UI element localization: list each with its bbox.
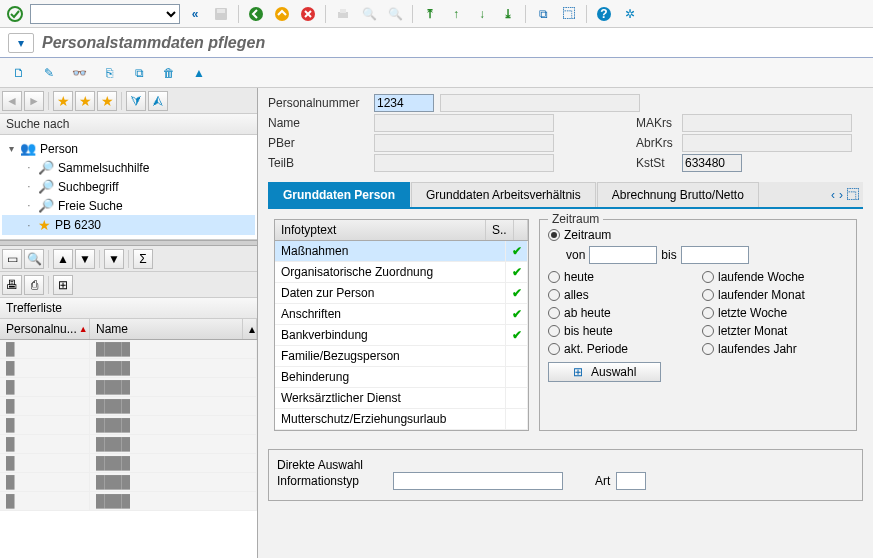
collapse-icon[interactable]: « — [184, 3, 206, 25]
radio-icon — [548, 307, 560, 319]
infotype-row[interactable]: Behinderung — [275, 367, 528, 388]
infotype-row[interactable]: Anschriften✔ — [275, 304, 528, 325]
sort-asc-icon[interactable]: ▲ — [53, 249, 73, 269]
hitlist-row[interactable]: █████ — [0, 340, 257, 359]
infotype-row[interactable]: Mutterschutz/Erziehungsurlaub — [275, 409, 528, 430]
col-personalnummer[interactable]: Personalnu...▲ — [0, 319, 90, 339]
hitlist-body[interactable]: ████████████████████████████████████████… — [0, 340, 257, 558]
help-icon[interactable]: ? — [593, 3, 615, 25]
persnr-input[interactable] — [374, 94, 434, 112]
new-session-icon[interactable]: ⧉ — [532, 3, 554, 25]
collapse-all-icon[interactable]: ⮙ — [148, 91, 168, 111]
art-input[interactable] — [616, 472, 646, 490]
create-icon[interactable]: 🗋 — [8, 62, 30, 84]
command-field[interactable] — [30, 4, 180, 24]
radio-laufender-monat[interactable]: laufender Monat — [702, 286, 848, 304]
edit-icon[interactable]: ✎ — [38, 62, 60, 84]
fav-del-icon[interactable]: ★ — [97, 91, 117, 111]
details-icon[interactable]: ▭ — [2, 249, 22, 269]
infotype-row[interactable]: Maßnahmen✔ — [275, 241, 528, 262]
app-menu-icon[interactable]: ▾ — [8, 33, 34, 53]
hitlist-row[interactable]: █████ — [0, 473, 257, 492]
filter-icon[interactable]: ▼ — [104, 249, 124, 269]
cancel-icon[interactable] — [297, 3, 319, 25]
save-icon[interactable] — [210, 3, 232, 25]
tree-item-sammelsuchhilfe[interactable]: ·🔎 Sammelsuchhilfe — [2, 158, 255, 177]
back-icon[interactable] — [245, 3, 267, 25]
tab-abrechnung[interactable]: Abrechnung Brutto/Netto — [597, 182, 759, 207]
print-list-icon[interactable]: 🖶 — [2, 275, 22, 295]
tree-item-suchbegriff[interactable]: ·🔎 Suchbegriff — [2, 177, 255, 196]
hitlist-row[interactable]: █████ — [0, 454, 257, 473]
radio-laufende-woche[interactable]: laufende Woche — [702, 268, 848, 286]
delimit-icon[interactable]: ⧉ — [128, 62, 150, 84]
sum-icon[interactable]: Σ — [133, 249, 153, 269]
nav-back-icon[interactable]: ◄ — [2, 91, 22, 111]
infotype-row[interactable]: Daten zur Person✔ — [275, 283, 528, 304]
radio-akt.-periode[interactable]: akt. Periode — [548, 340, 694, 358]
hitlist-row[interactable]: █████ — [0, 359, 257, 378]
infotype-body[interactable]: Maßnahmen✔Organisatorische Zuordnung✔Dat… — [275, 241, 528, 430]
nav-fwd-icon[interactable]: ► — [24, 91, 44, 111]
radio-alles[interactable]: alles — [548, 286, 694, 304]
find-next-icon[interactable]: 🔍 — [384, 3, 406, 25]
radio-bis-heute[interactable]: bis heute — [548, 322, 694, 340]
bis-input[interactable] — [681, 246, 749, 264]
col-status[interactable]: S.. — [486, 220, 514, 240]
check-icon: ✔ — [506, 262, 528, 282]
find-icon[interactable]: 🔍 — [24, 249, 44, 269]
radio-letzter-monat[interactable]: letzter Monat — [702, 322, 848, 340]
radio-ab-heute[interactable]: ab heute — [548, 304, 694, 322]
tab-grunddaten-arbeit[interactable]: Grunddaten Arbeitsverhältnis — [411, 182, 596, 207]
first-page-icon[interactable]: ⤒ — [419, 3, 441, 25]
layout-icon[interactable]: ⿹ — [558, 3, 580, 25]
next-page-icon[interactable]: ↓ — [471, 3, 493, 25]
kstst-label: KstSt — [636, 156, 676, 170]
infotype-row[interactable]: Bankverbindung✔ — [275, 325, 528, 346]
hitlist-row[interactable]: █████ — [0, 435, 257, 454]
von-input[interactable] — [589, 246, 657, 264]
fav-add-icon[interactable]: ★ — [53, 91, 73, 111]
hitlist-row[interactable]: █████ — [0, 492, 257, 511]
tab-next-icon[interactable]: › — [839, 188, 843, 202]
last-page-icon[interactable]: ⤓ — [497, 3, 519, 25]
col-name[interactable]: Name — [90, 319, 243, 339]
infotype-row[interactable]: Familie/Bezugsperson — [275, 346, 528, 367]
hitlist-row[interactable]: █████ — [0, 416, 257, 435]
col-infotyptext[interactable]: Infotyptext — [275, 220, 486, 240]
find-icon[interactable]: 🔍 — [358, 3, 380, 25]
expand-all-icon[interactable]: ⮛ — [126, 91, 146, 111]
copy-icon[interactable]: ⎘ — [98, 62, 120, 84]
print-icon[interactable] — [332, 3, 354, 25]
tree-item-person[interactable]: ▾👥 Person — [2, 139, 255, 158]
prev-page-icon[interactable]: ↑ — [445, 3, 467, 25]
tree-item-pb6230[interactable]: ·★ PB 6230 — [2, 215, 255, 235]
radio-heute[interactable]: heute — [548, 268, 694, 286]
tree-label: Freie Suche — [58, 199, 123, 213]
tab-list-icon[interactable]: ⿹ — [847, 188, 859, 202]
name-display — [374, 114, 554, 132]
export-icon[interactable]: ⎙ — [24, 275, 44, 295]
radio-zeitraum[interactable]: Zeitraum — [548, 226, 848, 244]
tab-prev-icon[interactable]: ‹ — [831, 188, 835, 202]
display-icon[interactable]: 👓 — [68, 62, 90, 84]
settings-icon[interactable]: ✲ — [619, 3, 641, 25]
fav-show-icon[interactable]: ★ — [75, 91, 95, 111]
ok-icon[interactable] — [4, 3, 26, 25]
hitlist-row[interactable]: █████ — [0, 378, 257, 397]
nav-history-toolbar: ◄ ► ★ ★ ★ ⮛ ⮙ — [0, 88, 257, 114]
tree-item-freie-suche[interactable]: ·🔎 Freie Suche — [2, 196, 255, 215]
layout-icon[interactable]: ⊞ — [53, 275, 73, 295]
up-icon[interactable] — [271, 3, 293, 25]
informationstyp-input[interactable] — [393, 472, 563, 490]
delete-icon[interactable]: 🗑 — [158, 62, 180, 84]
tab-grunddaten-person[interactable]: Grunddaten Person — [268, 182, 410, 207]
sort-desc-icon[interactable]: ▼ — [75, 249, 95, 269]
radio-letzte-woche[interactable]: letzte Woche — [702, 304, 848, 322]
infotype-row[interactable]: Organisatorische Zuordnung✔ — [275, 262, 528, 283]
infotype-row[interactable]: Werksärztlicher Dienst — [275, 388, 528, 409]
overview-icon[interactable]: ▲ — [188, 62, 210, 84]
auswahl-button[interactable]: ⊞ Auswahl — [548, 362, 661, 382]
radio-laufendes-jahr[interactable]: laufendes Jahr — [702, 340, 848, 358]
hitlist-row[interactable]: █████ — [0, 397, 257, 416]
